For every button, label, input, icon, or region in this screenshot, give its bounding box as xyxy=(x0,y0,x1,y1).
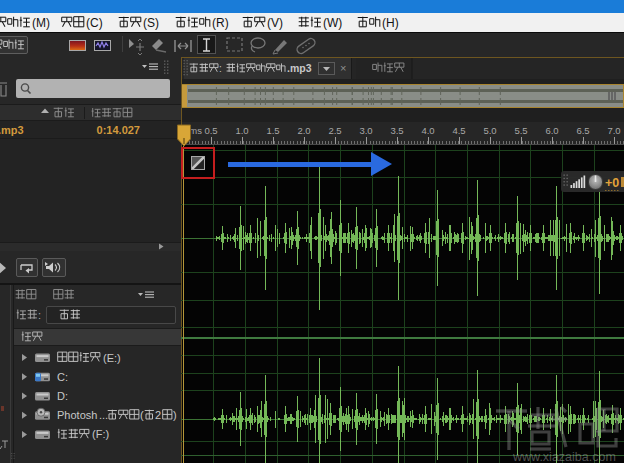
svg-text:+0: +0 xyxy=(605,176,619,190)
